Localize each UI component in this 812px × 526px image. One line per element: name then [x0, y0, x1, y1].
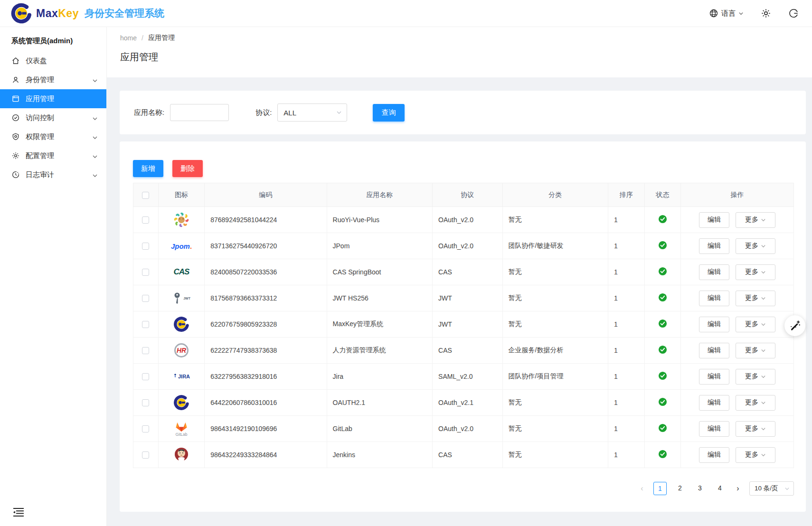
- row-checkbox[interactable]: [142, 399, 149, 406]
- next-page-button[interactable]: ›: [733, 484, 743, 493]
- maxkey-logo-icon: [10, 2, 32, 24]
- collapse-menu-button[interactable]: [12, 507, 25, 519]
- table-row: GitLab 986431492190109696 GitLab OAuth_v…: [133, 416, 794, 442]
- header-sort: 排序: [608, 183, 645, 207]
- row-checkbox[interactable]: [142, 269, 149, 276]
- header-icon: 图标: [158, 183, 204, 207]
- page-size-select[interactable]: 10 条/页: [749, 481, 794, 496]
- sidebar-item-configuration[interactable]: 配置管理: [0, 146, 106, 165]
- chevron-down-icon: [761, 270, 766, 275]
- more-button[interactable]: 更多: [736, 264, 775, 280]
- protocol-select[interactable]: ALL: [277, 103, 347, 122]
- cell-category: 暂无: [502, 207, 608, 233]
- row-checkbox[interactable]: [142, 373, 149, 380]
- edit-button[interactable]: 编辑: [699, 447, 729, 463]
- delete-button[interactable]: 删除: [172, 160, 203, 177]
- cell-category: 团队协作/项目管理: [502, 364, 608, 390]
- row-checkbox[interactable]: [142, 216, 149, 224]
- cell-category: 暂无: [502, 416, 608, 442]
- cell-name: CAS SpringBoot: [327, 259, 433, 285]
- sidebar: 系统管理员(admin) 仪表盘 身份管理: [0, 27, 107, 526]
- edit-button[interactable]: 编辑: [699, 238, 729, 254]
- cell-code: 622076759805923328: [205, 311, 327, 338]
- page-button-1[interactable]: 1: [653, 482, 667, 495]
- table-toolbar: 新增 删除: [133, 160, 794, 177]
- logout-button[interactable]: [788, 8, 799, 19]
- header-status: 状态: [644, 183, 681, 207]
- row-checkbox[interactable]: [142, 321, 149, 328]
- header-category: 分类: [502, 183, 608, 207]
- topbar-actions: 语言: [709, 8, 812, 19]
- maxkey-logo: [172, 393, 191, 412]
- more-button[interactable]: 更多: [736, 212, 775, 228]
- sidebar-menu: 仪表盘 身份管理 应用管理 访: [0, 51, 106, 184]
- jpom-logo: Jpom.: [172, 236, 191, 255]
- edit-button[interactable]: 编辑: [699, 264, 729, 280]
- select-all-checkbox[interactable]: [142, 192, 149, 199]
- cell-category: 暂无: [502, 442, 608, 468]
- cell-code: 644220607860310016: [205, 390, 327, 416]
- table-row: Jpom. 837136275440926720 JPom OAuth_v2.0…: [133, 233, 794, 259]
- more-button[interactable]: 更多: [736, 447, 775, 463]
- page-button-3[interactable]: 3: [693, 482, 707, 495]
- more-button[interactable]: 更多: [736, 238, 775, 254]
- more-button[interactable]: 更多: [736, 343, 775, 358]
- edit-button[interactable]: 编辑: [699, 421, 729, 437]
- more-button[interactable]: 更多: [736, 317, 775, 332]
- cell-sort: 1: [608, 416, 645, 442]
- jira-logo: JIRA: [172, 367, 191, 386]
- row-checkbox[interactable]: [142, 295, 149, 302]
- page-button-2[interactable]: 2: [673, 482, 687, 495]
- sidebar-item-audit[interactable]: 日志审计: [0, 165, 106, 184]
- access-icon: [11, 113, 20, 122]
- more-button[interactable]: 更多: [736, 291, 775, 306]
- app-name-label: 应用名称:: [134, 108, 164, 117]
- chevron-down-icon: [92, 115, 98, 121]
- assistant-fab-button[interactable]: [784, 315, 805, 336]
- edit-button[interactable]: 编辑: [699, 212, 729, 228]
- prev-page-button[interactable]: ‹: [637, 484, 647, 493]
- gitlab-logo: GitLab: [172, 419, 191, 438]
- sidebar-item-dashboard[interactable]: 仪表盘: [0, 51, 106, 70]
- cell-name: JPom: [327, 233, 433, 259]
- chevron-down-icon: [761, 400, 766, 405]
- cell-code: 622227747938373638: [205, 338, 327, 364]
- cell-sort: 1: [608, 259, 645, 285]
- config-icon: [11, 151, 20, 160]
- row-checkbox[interactable]: [142, 243, 149, 250]
- chevron-down-icon: [92, 134, 98, 140]
- status-enabled-icon: [658, 241, 667, 250]
- row-checkbox[interactable]: [142, 451, 149, 459]
- cell-code: 632279563832918016: [205, 364, 327, 390]
- page-button-4[interactable]: 4: [713, 482, 727, 495]
- status-enabled-icon: [658, 267, 667, 276]
- cell-name: Jenkins: [327, 442, 433, 468]
- edit-button[interactable]: 编辑: [699, 291, 729, 306]
- table-row: 622076759805923328 MaxKey管理系统 JWT 暂无 1 编…: [133, 311, 794, 338]
- language-switcher[interactable]: 语言: [709, 9, 744, 18]
- app-name-input[interactable]: [170, 104, 229, 121]
- sidebar-item-applications[interactable]: 应用管理: [0, 89, 106, 108]
- edit-button[interactable]: 编辑: [699, 395, 729, 411]
- edit-button[interactable]: 编辑: [699, 343, 729, 358]
- sidebar-item-access-control[interactable]: 访问控制: [0, 108, 106, 127]
- cell-protocol: OAuth_v2.1: [433, 390, 502, 416]
- edit-button[interactable]: 编辑: [699, 317, 729, 332]
- more-button[interactable]: 更多: [736, 369, 775, 385]
- breadcrumb-home-link[interactable]: home: [120, 34, 137, 42]
- settings-button[interactable]: [761, 8, 771, 19]
- gear-icon: [761, 8, 771, 19]
- add-button[interactable]: 新增: [133, 160, 163, 177]
- audit-icon: [11, 170, 20, 179]
- filter-card: 应用名称: 协议: ALL 查询: [120, 91, 806, 134]
- more-button[interactable]: 更多: [736, 395, 775, 411]
- edit-button[interactable]: 编辑: [699, 369, 729, 385]
- more-button[interactable]: 更多: [736, 421, 775, 437]
- row-checkbox[interactable]: [142, 425, 149, 432]
- cell-name: Jira: [327, 364, 433, 390]
- chevron-down-icon: [336, 110, 342, 115]
- row-checkbox[interactable]: [142, 347, 149, 354]
- sidebar-item-identity[interactable]: 身份管理: [0, 70, 106, 89]
- sidebar-item-permissions[interactable]: 权限管理: [0, 127, 106, 146]
- search-button[interactable]: 查询: [373, 104, 405, 122]
